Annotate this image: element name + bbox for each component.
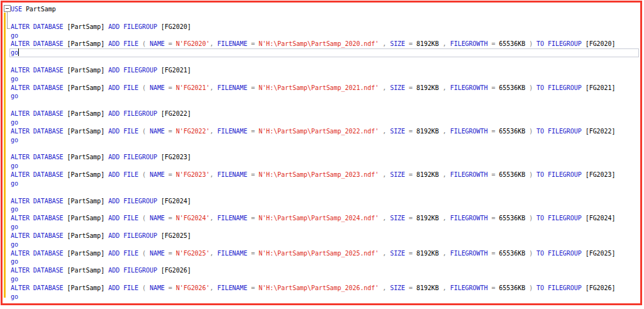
code-line[interactable] [11,14,615,23]
token-op: = [409,128,416,135]
token-str: N'FG2022' [176,128,210,135]
token-str: N'H:\PartSamp\PartSamp_2024.ndf' [258,215,379,222]
token-kw: ADD FILE [108,171,142,178]
sql-editor-text-area[interactable]: USE PartSampALTER DATABASE [PartSamp] AD… [11,5,615,301]
token-op: = [491,284,499,291]
token-op: = [409,250,416,257]
code-line[interactable]: go [11,136,615,145]
token-op: ) [525,171,536,178]
code-line[interactable]: ALTER DATABASE [PartSamp] ADD FILEGROUP … [11,266,615,275]
token-op: , [210,284,218,291]
token-str: N'FG2024' [176,215,210,222]
token-kw: go [11,49,18,56]
token-op: ( [142,171,150,178]
code-line[interactable]: ALTER DATABASE [PartSamp] ADD FILE ( NAM… [11,284,615,293]
token-kw: FILEGROWTH [450,284,492,291]
sql-editor-screenshot: USE PartSampALTER DATABASE [PartSamp] AD… [0,0,644,309]
token-kw: ALTER DATABASE [11,250,67,257]
code-line[interactable]: ALTER DATABASE [PartSamp] ADD FILEGROUP … [11,153,615,162]
code-line[interactable]: go [11,205,615,214]
code-line[interactable]: ALTER DATABASE [PartSamp] ADD FILE ( NAM… [11,84,615,93]
code-line[interactable]: ALTER DATABASE [PartSamp] ADD FILEGROUP … [11,232,615,240]
code-line[interactable]: go [11,240,615,249]
token-op: = [169,250,176,257]
token-id: [FG2026] [586,284,616,291]
code-line[interactable]: go [11,257,615,266]
token-op: = [251,284,258,291]
token-id: PartSamp [26,6,56,13]
token-kw: TO FILEGROUP [536,171,586,178]
token-op: , [379,128,390,135]
code-line[interactable]: ALTER DATABASE [PartSamp] ADD FILE ( NAM… [11,127,615,136]
token-kw: FILEGROWTH [450,250,492,257]
code-line[interactable]: go [11,179,615,188]
token-op: = [491,128,499,135]
code-line[interactable]: USE PartSamp [11,5,615,14]
token-op: = [409,40,416,47]
token-id: 8192KB [416,284,439,291]
token-kw: NAME [150,171,169,178]
token-kw: NAME [150,250,169,257]
code-line[interactable]: ALTER DATABASE [PartSamp] ADD FILE ( NAM… [11,214,615,223]
code-line[interactable]: go [11,48,615,57]
token-op: , [439,215,450,222]
token-id: 65536KB [499,284,525,291]
token-id: 65536KB [499,250,525,257]
token-id: [FG2024] [161,198,191,205]
code-line[interactable]: go [11,75,615,84]
code-line[interactable] [11,57,615,66]
token-kw: FILENAME [217,171,251,178]
code-line[interactable]: ALTER DATABASE [PartSamp] ADD FILE ( NAM… [11,171,615,179]
token-kw: go [11,162,18,169]
token-op: = [409,171,416,178]
token-kw: FILEGROWTH [450,40,492,47]
token-id: [PartSamp] [67,84,109,91]
token-str: N'FG2025' [176,250,210,257]
token-kw: ADD FILEGROUP [108,267,161,274]
token-kw: TO FILEGROUP [536,250,586,257]
token-kw: go [11,223,18,230]
code-line[interactable]: go [11,92,615,101]
code-line[interactable] [11,145,615,154]
token-str: N'H:\PartSamp\PartSamp_2022.ndf' [258,128,379,135]
token-op: = [491,250,499,257]
code-line[interactable]: ALTER DATABASE [PartSamp] ADD FILE ( NAM… [11,40,615,48]
token-str: N'H:\PartSamp\PartSamp_2020.ndf' [258,40,379,47]
token-op: ( [142,250,150,257]
code-line[interactable] [11,101,615,110]
token-op: , [379,40,390,47]
code-line[interactable]: go [11,162,615,171]
token-kw: SIZE [390,215,409,222]
code-line[interactable]: go [11,293,615,301]
token-op: , [439,84,450,91]
token-kw: TO FILEGROUP [536,284,586,291]
code-line[interactable]: ALTER DATABASE [PartSamp] ADD FILEGROUP … [11,66,615,75]
code-line[interactable]: ALTER DATABASE [PartSamp] ADD FILE ( NAM… [11,249,615,258]
token-op: = [169,284,176,291]
token-op: = [251,128,258,135]
token-kw: ALTER DATABASE [11,128,67,135]
code-line[interactable] [11,188,615,197]
code-line[interactable]: go [11,275,615,284]
code-line[interactable]: go [11,118,615,127]
code-line[interactable]: go [11,31,615,40]
code-line[interactable]: ALTER DATABASE [PartSamp] ADD FILEGROUP … [11,110,615,118]
token-op: = [169,171,176,178]
change-tracking-bar [4,13,6,298]
token-str: N'H:\PartSamp\PartSamp_2026.ndf' [258,284,379,291]
token-id: 65536KB [499,128,525,135]
token-id: [FG2025] [586,250,616,257]
token-kw: SIZE [390,84,409,91]
token-op: = [491,171,499,178]
text-caret [18,48,19,56]
code-line[interactable]: go [11,223,615,232]
token-kw: ADD FILE [108,250,142,257]
token-id: [PartSamp] [67,110,109,117]
code-line[interactable]: ALTER DATABASE [PartSamp] ADD FILEGROUP … [11,23,615,31]
token-kw: ADD FILEGROUP [108,110,161,117]
collapse-region-toggle[interactable] [4,5,11,12]
token-kw: go [11,241,18,248]
code-line[interactable]: ALTER DATABASE [PartSamp] ADD FILEGROUP … [11,197,615,206]
token-kw: ADD FILE [108,84,142,91]
token-op: ) [525,128,536,135]
